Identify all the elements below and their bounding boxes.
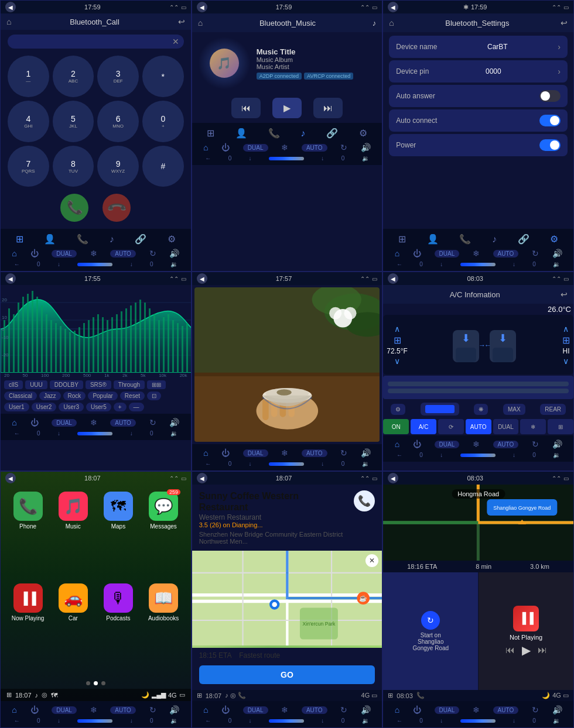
home-climate-icon-2[interactable]: ⌂ — [203, 143, 208, 152]
home-climate-icon-3[interactable]: ⌂ — [395, 249, 399, 258]
nav-link-icon-3[interactable]: 🔗 — [515, 232, 532, 246]
map-close-button[interactable]: ✕ — [365, 554, 378, 567]
arrows-icon-2[interactable]: ↻ — [340, 143, 347, 152]
maps-grid-icon[interactable]: ⊞ — [197, 692, 202, 699]
auto-connect-toggle[interactable] — [539, 115, 561, 126]
numpad-7[interactable]: 7PQRS — [8, 146, 49, 187]
power-toggle[interactable] — [539, 139, 561, 151]
numpad-2[interactable]: 2ABC — [53, 56, 94, 97]
page-dot-2[interactable] — [94, 681, 98, 685]
ac-on-btn[interactable]: ON — [383, 419, 409, 434]
setting-device-name[interactable]: Device name CarBT › — [389, 36, 568, 58]
numpad-5[interactable]: 5JKL — [53, 101, 94, 142]
power-climate-icon-2[interactable]: ⏻ — [221, 143, 230, 152]
app-messages[interactable]: 💬 259 Messages — [143, 492, 183, 579]
eq-remove[interactable]: — — [129, 403, 144, 411]
eq-reset[interactable]: Reset — [120, 392, 145, 400]
nav-phone-icon[interactable]: 📞 — [74, 232, 91, 246]
nav-grid-icon-3[interactable]: ⊞ — [396, 232, 408, 246]
home-icon-music[interactable]: ⌂ — [198, 18, 203, 28]
nav-link-icon[interactable]: 🔗 — [132, 232, 149, 246]
back-button-ac[interactable]: ◀ — [388, 273, 398, 284]
next-button[interactable]: ⏭ — [313, 98, 343, 118]
nav-grid-icon-2[interactable]: ⊞ — [204, 126, 217, 140]
dual-btn-2[interactable]: DUAL — [243, 144, 268, 152]
setting-device-pin[interactable]: Device pin 0000 › — [389, 60, 568, 83]
numpad-star[interactable]: * — [142, 56, 184, 97]
ac-dual-btn[interactable]: DUAL — [493, 419, 519, 434]
nav-music-icon[interactable]: ♪ — [107, 233, 117, 246]
vol-icon[interactable]: 🔊 — [169, 249, 179, 258]
setting-power[interactable]: Power — [389, 134, 568, 156]
eq-preset-through[interactable]: Through — [114, 380, 145, 389]
ac-ac-btn[interactable]: A/C — [411, 419, 436, 434]
map-phone-button[interactable]: 📞 — [354, 490, 375, 511]
dual-btn-3[interactable]: DUAL — [435, 250, 460, 257]
home-climate-icon[interactable]: ⌂ — [12, 249, 16, 258]
setting-auto-connect[interactable]: Auto connect — [389, 109, 568, 132]
eq-preset-srs[interactable]: SRS® — [86, 380, 111, 389]
vol-icon-3[interactable]: 🔊 — [552, 249, 562, 258]
arrows-icon[interactable]: ↻ — [149, 249, 156, 258]
clear-icon[interactable]: ✕ — [172, 37, 179, 46]
map-go-button[interactable]: GO — [199, 665, 375, 684]
temp-slider-2[interactable] — [269, 157, 304, 160]
ac-fan-btn[interactable] — [421, 403, 459, 415]
numpad-hash[interactable]: # — [142, 146, 184, 187]
temp-slider-6[interactable] — [460, 454, 496, 457]
home-icon[interactable]: ⌂ — [6, 17, 11, 26]
nav-phone-icon-2[interactable]: 📞 — [266, 126, 282, 140]
eq-preset-uuu[interactable]: UUU — [25, 380, 47, 389]
numpad-3[interactable]: 3DEF — [97, 56, 139, 97]
prev-button[interactable]: ⏮ — [231, 98, 261, 118]
nav-music-icon-2[interactable]: ♪ — [298, 127, 308, 140]
eq-rock[interactable]: Rock — [63, 392, 86, 400]
call-button[interactable]: 📞 — [60, 194, 88, 222]
temp-slider-4[interactable] — [77, 432, 112, 435]
app-now-playing[interactable]: ▐▐ Now Playing — [8, 583, 48, 671]
eq-popular[interactable]: Popular — [88, 392, 117, 400]
app-car[interactable]: 🚗 Car — [53, 583, 93, 671]
nav-map-view[interactable]: Shangliao Gongye Road Hongma Road — [383, 485, 573, 561]
dual-btn[interactable]: DUAL — [52, 250, 77, 257]
eq-user3[interactable]: User3 — [59, 403, 84, 411]
back-button-video[interactable]: ◀ — [197, 273, 207, 284]
numpad-0[interactable]: 0+ — [142, 101, 184, 142]
power-climate-icon-3[interactable]: ⏻ — [413, 249, 421, 258]
eq-jazz[interactable]: Jazz — [39, 392, 61, 400]
arrows-icon-3[interactable]: ↻ — [532, 249, 539, 258]
eq-add[interactable]: + — [114, 403, 127, 411]
back-button-eq[interactable]: ◀ — [5, 273, 16, 284]
np-prev-icon[interactable]: ⏮ — [505, 645, 515, 655]
nav-grid-icon[interactable]: ⊞ — [388, 692, 393, 699]
temp-slider-9[interactable] — [460, 719, 496, 723]
snowflake-icon-2[interactable]: ❄ — [281, 143, 288, 152]
eq-user5[interactable]: User5 — [86, 403, 111, 411]
nav-settings-icon-2[interactable]: ⚙ — [357, 126, 370, 140]
nav-settings-icon[interactable]: ⚙ — [165, 232, 178, 246]
power-climate-icon[interactable]: ⏻ — [30, 249, 39, 258]
numpad-1[interactable]: 1— — [8, 56, 49, 97]
ac-max-btn[interactable]: MAX — [503, 404, 525, 415]
numpad-8[interactable]: 8TUV — [53, 146, 94, 187]
ac-defrost-btn[interactable]: ❄ — [520, 419, 546, 434]
auto-answer-toggle[interactable] — [539, 90, 561, 102]
setting-auto-answer[interactable]: Auto answer — [389, 85, 568, 107]
nav-start-button[interactable]: ↻ Start on Shangliao Gongye Road — [383, 572, 479, 690]
temp-slider-1[interactable] — [77, 263, 112, 266]
ac-rear-btn[interactable]: REAR — [540, 404, 566, 415]
map-view[interactable]: ☕ Xin'ercun Park ✕ — [192, 551, 382, 648]
app-music[interactable]: 🎵 Music — [53, 492, 93, 579]
hangup-button[interactable]: 📞 — [97, 188, 136, 228]
nav-music-icon-3[interactable]: ♪ — [490, 233, 499, 246]
np-next-icon[interactable]: ⏭ — [538, 645, 547, 655]
numpad-6[interactable]: 6MNO — [97, 101, 139, 142]
eq-toggle[interactable]: ⊡ — [147, 392, 161, 400]
ac-grid-btn[interactable]: ⊞ — [548, 419, 573, 434]
slider-bar-2[interactable] — [388, 389, 569, 393]
eq-user1[interactable]: User1 — [4, 403, 29, 411]
eq-user2[interactable]: User2 — [32, 403, 57, 411]
nav-settings-icon-3[interactable]: ⚙ — [548, 232, 561, 246]
back-icon-ac[interactable]: ↩ — [561, 290, 568, 299]
auto-btn-2[interactable]: AUTO — [302, 144, 327, 152]
